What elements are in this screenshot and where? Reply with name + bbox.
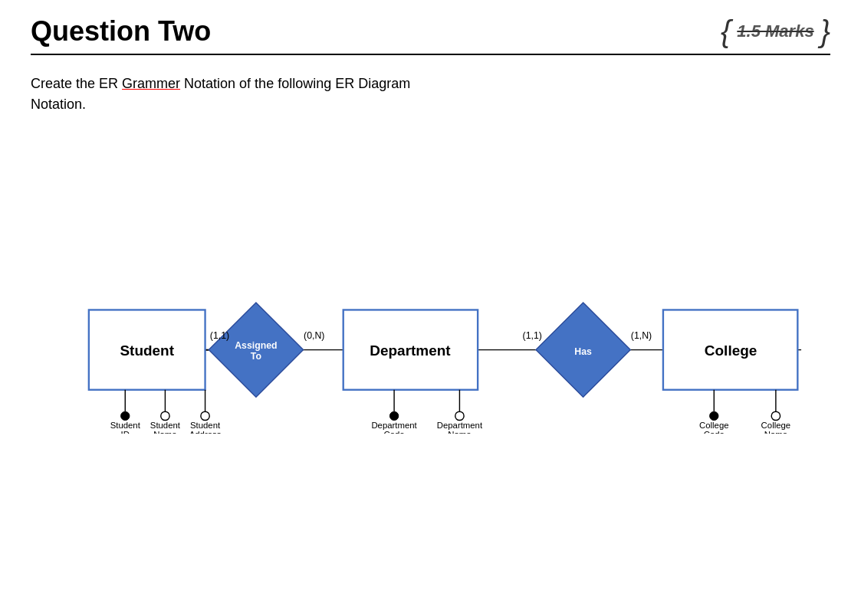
card-1n-college: (1,N) — [631, 330, 652, 341]
card-0n-dept: (0,N) — [304, 330, 324, 341]
dept-code-label1: Department — [371, 421, 417, 430]
college-code-label1: College — [699, 421, 729, 430]
dept-name-label2: Name — [448, 430, 471, 434]
student-name-circle — [161, 411, 169, 420]
student-entity-label: Student — [120, 342, 174, 359]
college-name-label2: Name — [764, 430, 787, 434]
college-entity-label: College — [705, 342, 757, 359]
college-name-circle — [771, 411, 780, 420]
er-svg: Student Assigned To (1,1) (0,N) Departme… — [31, 143, 830, 434]
question-text: Create the ER Grammer Notation of the fo… — [31, 74, 830, 115]
college-code-circle — [710, 411, 718, 420]
card-11-dept: (1,1) — [523, 330, 542, 341]
marks-label: 1.5 Marks — [737, 21, 813, 41]
college-name-label1: College — [761, 421, 791, 430]
student-name-label2: Name — [153, 430, 176, 434]
right-brace: } — [820, 16, 830, 47]
assigned-to-label1: Assigned — [235, 340, 277, 351]
er-diagram: Student Assigned To (1,1) (0,N) Departme… — [31, 143, 830, 434]
student-id-label1: Student — [110, 421, 141, 430]
left-brace: { — [721, 16, 731, 47]
student-address-label2: Address — [189, 430, 222, 434]
has-label: Has — [574, 346, 592, 357]
student-address-label1: Student — [190, 421, 221, 430]
marks-container: { 1.5 Marks } — [721, 16, 830, 47]
student-address-circle — [201, 411, 209, 420]
question-text-part1: Create the ER — [31, 76, 122, 91]
student-id-circle — [121, 411, 130, 420]
student-id-label2: ID — [121, 430, 130, 434]
page-header: Question Two { 1.5 Marks } — [31, 15, 830, 55]
dept-code-circle — [389, 411, 398, 420]
student-name-label1: Student — [150, 421, 181, 430]
assigned-to-label2: To — [251, 351, 262, 362]
page-title: Question Two — [31, 15, 211, 48]
card-11-student: (1,1) — [210, 330, 229, 341]
dept-name-label1: Department — [437, 421, 483, 430]
dept-name-circle — [455, 411, 464, 420]
question-text-part3: Notation. — [31, 97, 86, 112]
question-text-part2: Notation of the following ER Diagram — [180, 76, 410, 91]
department-entity-label: Department — [370, 342, 451, 359]
dept-code-label2: Code — [384, 430, 405, 434]
grammer-word: Grammer — [122, 76, 180, 91]
college-code-label2: Code — [704, 430, 725, 434]
